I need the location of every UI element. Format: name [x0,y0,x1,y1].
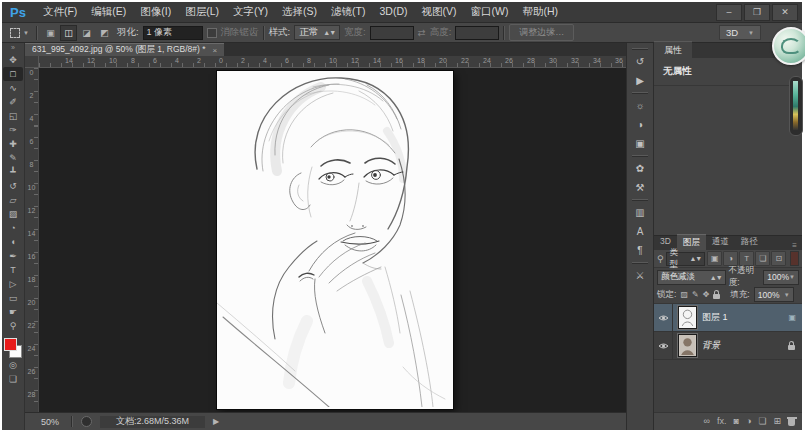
clone-stamp-tool[interactable]: ┻ [3,165,23,179]
swap-dimensions-icon[interactable]: ⇄ [418,27,426,38]
path-selection-tool[interactable]: ▷ [3,277,23,291]
opacity-select[interactable]: 100% ▼ [763,270,799,285]
layer-name[interactable]: 背景 [702,339,720,352]
filter-adjustment-layers-icon[interactable]: ◑ [723,251,738,266]
layer-name[interactable]: 图层 1 [702,311,728,324]
type-tool[interactable]: T [3,263,23,277]
style-select[interactable]: 正常 ▲▼ [294,25,340,40]
horizontal-ruler[interactable]: 1412108642024681012141618202224262830323… [39,56,626,68]
move-tool[interactable]: ✥ [3,53,23,67]
menu-edit[interactable]: 编辑(E) [84,5,133,19]
rectangular-marquee-tool[interactable]: □ [3,67,23,81]
screen-mode-button[interactable]: ❏ [3,372,23,386]
ruler-origin-corner[interactable] [25,56,39,68]
menu-type[interactable]: 文字(Y) [226,5,275,19]
history-brush-tool[interactable]: ↺ [3,179,23,193]
visibility-toggle[interactable] [654,332,673,359]
width-input[interactable] [370,26,414,40]
brush-tool[interactable]: ✎ [3,151,23,165]
status-expand-arrow[interactable]: ▶ [213,417,219,426]
tab-properties[interactable]: 属性 [654,41,692,58]
document-tab[interactable]: 631_995_4092.jpg @ 50% (图层 1, RGB/8#) * … [25,43,224,56]
brush-panel-icon[interactable]: ✿ [629,159,651,178]
panel-menu-icon[interactable]: ≡ [787,241,802,250]
menu-file[interactable]: 文件(F) [36,5,84,19]
lock-transparent-icon[interactable]: ▨ [680,290,688,299]
add-to-selection-button[interactable]: ◫ [60,25,77,41]
filter-type-layers-icon[interactable]: T [739,251,754,266]
zoom-level-field[interactable]: 50% [37,417,63,427]
filter-lock-toggle[interactable] [790,251,799,266]
menu-select[interactable]: 选择(S) [275,5,324,19]
spot-healing-brush-tool[interactable]: ✚ [3,137,23,151]
layer-row-layer1[interactable]: 图层 1 ▣ [654,304,802,332]
workspace-switcher[interactable]: 3D ▼ [719,25,761,40]
vertical-ruler[interactable]: 0246810121416182022242628 [25,68,39,412]
menu-window[interactable]: 窗口(W) [464,5,516,19]
lock-paint-icon[interactable]: ✎ [692,290,699,299]
dodge-tool[interactable]: ◖ [3,235,23,249]
eraser-tool[interactable]: ▱ [3,193,23,207]
filter-smart-objects-icon[interactable]: ⊡ [771,251,786,266]
menu-layer[interactable]: 图层(L) [178,5,226,19]
delete-layer-icon[interactable] [788,419,795,426]
filter-shape-layers-icon[interactable]: ❏ [755,251,770,266]
new-layer-icon[interactable]: ⊞ [773,417,781,426]
feather-input[interactable]: 1 像素 [143,26,203,40]
measurement-log-panel-icon[interactable]: ⚔ [629,266,651,285]
subtract-from-selection-button[interactable]: ◪ [78,25,95,41]
clone-source-panel-icon[interactable]: ▥ [629,203,651,222]
quick-mask-button[interactable]: ◎ [3,358,23,372]
refine-edge-button[interactable]: 调整边缘… [509,24,574,41]
character-panel-icon[interactable]: A [629,222,651,241]
new-selection-button[interactable]: ▣ [42,25,59,41]
hand-tool[interactable]: ☛ [3,305,23,319]
blur-tool[interactable]: ◔ [3,221,23,235]
shape-tool[interactable]: ▭ [3,291,23,305]
adjustment-layer-icon[interactable]: ◑ [746,417,751,426]
layer-comps-panel-icon[interactable]: ▣ [629,134,651,153]
intersect-selection-button[interactable]: ◩ [96,25,113,41]
canvas[interactable] [217,71,453,409]
gradient-tool[interactable]: ▨ [3,207,23,221]
paragraph-panel-icon[interactable]: ¶ [629,241,651,260]
actions-panel-icon[interactable]: ▶ [629,71,651,90]
antialias-checkbox[interactable] [207,28,217,38]
menu-view[interactable]: 视图(V) [415,5,464,19]
lock-all-icon[interactable] [713,294,720,299]
menu-help[interactable]: 帮助(H) [515,5,565,19]
tab-close-icon[interactable]: × [213,46,218,55]
crop-tool[interactable]: ◱ [3,109,23,123]
add-mask-icon[interactable]: ◙ [734,417,739,426]
menu-3d[interactable]: 3D(D) [373,5,415,19]
tab-channels[interactable]: 通道 [706,234,735,250]
eyedropper-tool[interactable]: ✑ [3,123,23,137]
history-panel-icon[interactable]: ↺ [629,52,651,71]
zoom-tool[interactable]: ⚲ [3,319,23,333]
foreground-color-swatch[interactable] [4,338,17,351]
layer-row-background[interactable]: 背景 [654,332,802,360]
minimize-button[interactable]: – [716,4,742,21]
lasso-tool[interactable]: ∿ [3,81,23,95]
brush-presets-panel-icon[interactable]: ⚒ [629,178,651,197]
styles-panel-icon[interactable]: ☼ [629,96,651,115]
restore-button[interactable]: ❐ [744,4,770,21]
filter-kind-select[interactable]: 类型 ▲▼ [666,252,706,266]
filter-pixel-layers-icon[interactable]: ▣ [707,251,722,266]
adjustments-panel-icon[interactable]: ◑ [629,115,651,134]
fill-select[interactable]: 100% ▼ [754,287,794,302]
height-input[interactable] [455,26,499,40]
visibility-toggle[interactable] [654,304,673,331]
layer-thumbnail[interactable] [678,334,697,357]
menu-filter[interactable]: 滤镜(T) [324,5,372,19]
blend-mode-select[interactable]: 颜色减淡 ▲▼ [657,270,726,285]
toolbar-collapse-icon[interactable]: » [11,43,15,53]
lock-move-icon[interactable]: ✥ [703,290,710,299]
link-layers-icon[interactable]: ∞ [704,417,710,426]
menu-image[interactable]: 图像(I) [133,5,178,19]
quick-selection-tool[interactable]: ✐ [3,95,23,109]
close-button[interactable]: ✕ [772,4,798,21]
new-group-icon[interactable]: ❏ [758,417,766,426]
tab-paths[interactable]: 路径 [735,234,764,250]
pen-tool[interactable]: ✒ [3,249,23,263]
